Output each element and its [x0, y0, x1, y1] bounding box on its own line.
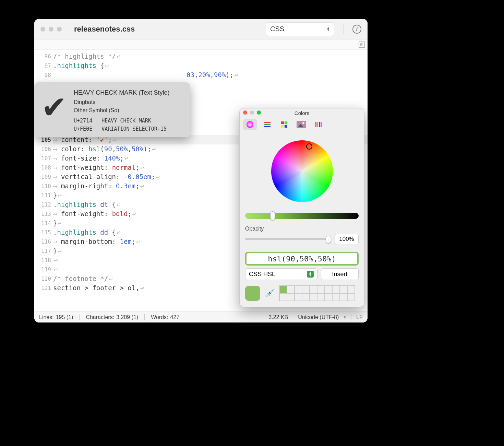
swatch-cell[interactable]	[279, 293, 287, 301]
brightness-slider[interactable]	[245, 213, 359, 219]
document-title: releasenotes.css	[74, 25, 260, 34]
window-controls	[40, 27, 62, 32]
swatch-cell[interactable]	[287, 286, 295, 293]
opacity-knob[interactable]	[326, 236, 331, 243]
language-select[interactable]: CSS ▲▼	[266, 22, 334, 36]
swatch-cell[interactable]	[340, 286, 347, 293]
zoom-button[interactable]	[257, 110, 261, 115]
svg-point-10	[302, 122, 304, 124]
color-marker[interactable]	[306, 143, 312, 150]
color-wheel[interactable]	[271, 140, 333, 202]
filesize-value: 3.22 KB	[268, 314, 288, 320]
opacity-value[interactable]: 100%	[335, 234, 359, 244]
palettes-tab[interactable]	[277, 119, 291, 130]
encoding-select[interactable]: Unicode (UTF-8)	[298, 314, 339, 320]
status-bar: Lines: 195 (1) Characters: 3,209 (1) Wor…	[34, 312, 368, 322]
swatch-cell[interactable]	[310, 293, 317, 301]
brightness-knob[interactable]	[270, 211, 275, 220]
character-tooltip: ✔ HEAVY CHECK MARK (Text Style) Dingbats…	[34, 82, 190, 137]
titlebar: releasenotes.css CSS ▲▼ i	[34, 19, 368, 39]
glyph-block: Dingbats	[74, 98, 169, 106]
wheel-tab[interactable]	[243, 119, 257, 130]
color-panel-title: Colors	[295, 110, 309, 116]
add-tab-button[interactable]: ⊞	[359, 42, 365, 48]
zoom-button[interactable]	[57, 27, 62, 32]
swatch-cell[interactable]	[325, 293, 332, 301]
palette-icon	[280, 120, 288, 129]
swatch-grid[interactable]	[279, 285, 355, 301]
close-button[interactable]	[243, 110, 247, 115]
chevron-updown-icon: ▲▼	[307, 271, 314, 278]
color-mode-tabs	[240, 117, 364, 132]
swatch-cell[interactable]	[332, 293, 340, 301]
svg-rect-6	[281, 125, 284, 128]
glyph-category: Other Symbol (So)	[74, 106, 169, 115]
svg-rect-13	[319, 122, 320, 127]
sliders-icon	[263, 120, 271, 129]
color-panel: Colors Opacity 100%	[239, 108, 364, 307]
close-button[interactable]	[40, 27, 45, 32]
chars-value: 3,209 (1)	[116, 314, 138, 320]
insert-button[interactable]: Insert	[321, 268, 359, 280]
info-icon[interactable]: i	[352, 25, 361, 34]
color-value-input[interactable]: hsl(90,50%,50%)	[245, 252, 359, 266]
swatch-cell[interactable]	[340, 293, 347, 301]
swatch-cell[interactable]	[310, 286, 317, 293]
lines-value: 195 (1)	[56, 314, 73, 320]
eyedropper-icon[interactable]: 💉	[265, 289, 274, 298]
swatch-cell[interactable]	[347, 286, 355, 293]
swatch-cell[interactable]	[332, 286, 340, 293]
words-label: Words:	[151, 314, 168, 320]
glyph-codepoints: U+2714 HEAVY CHECK MARK U+FE0E VARIATION…	[74, 117, 169, 133]
glyph-preview: ✔	[41, 92, 67, 131]
words-value: 427	[170, 314, 180, 320]
swatch-cell[interactable]	[317, 293, 325, 301]
svg-rect-1	[264, 122, 271, 123]
swatch-cell[interactable]	[347, 293, 355, 301]
svg-rect-2	[264, 124, 271, 125]
color-wheel-icon	[246, 120, 254, 129]
lineending-select[interactable]: LF	[356, 314, 363, 320]
swatch-cell[interactable]	[302, 293, 310, 301]
opacity-slider[interactable]	[245, 238, 331, 240]
swatch-cell[interactable]	[317, 286, 325, 293]
svg-rect-7	[285, 125, 287, 128]
svg-rect-14	[321, 122, 322, 127]
swatch-cell[interactable]	[295, 293, 302, 301]
svg-point-0	[247, 121, 253, 128]
swatch-cell[interactable]	[295, 286, 302, 293]
image-tab[interactable]	[295, 119, 308, 130]
svg-rect-4	[281, 121, 284, 124]
minimize-button[interactable]	[49, 27, 53, 32]
svg-rect-3	[264, 126, 271, 127]
code-line[interactable]: .highlights {↩	[53, 61, 368, 70]
chars-label: Characters:	[86, 314, 114, 320]
color-format-select[interactable]: CSS HSL ▲▼	[245, 268, 317, 280]
pencils-icon	[314, 120, 323, 129]
image-icon	[297, 121, 306, 128]
svg-rect-12	[317, 122, 318, 127]
tab-bar: ⊞	[34, 39, 368, 50]
svg-rect-5	[285, 121, 287, 124]
chevron-updown-icon: ⇅	[344, 316, 346, 319]
divider	[343, 24, 344, 34]
swatch-cell[interactable]	[325, 286, 332, 293]
sliders-tab[interactable]	[260, 119, 274, 130]
current-color-swatch[interactable]	[245, 286, 260, 301]
language-label: CSS	[270, 25, 284, 33]
swatch-cell[interactable]	[287, 293, 295, 301]
pencils-tab[interactable]	[312, 119, 325, 130]
chevron-updown-icon: ▲▼	[327, 27, 330, 32]
color-panel-titlebar: Colors	[240, 108, 364, 117]
opacity-label: Opacity	[245, 226, 359, 232]
minimize-button[interactable]	[250, 110, 254, 115]
swatch-cell[interactable]	[279, 286, 287, 293]
code-line[interactable]: /* highlights */↩	[53, 52, 368, 61]
lines-label: Lines:	[39, 314, 54, 320]
swatch-cell[interactable]	[302, 286, 310, 293]
glyph-name: HEAVY CHECK MARK (Text Style)	[74, 89, 169, 97]
code-line[interactable]: XXXXXXXXXXXXXXXXXXXXXXXXXXXXXXXXXX03,20%…	[53, 70, 368, 80]
svg-rect-11	[315, 122, 316, 127]
